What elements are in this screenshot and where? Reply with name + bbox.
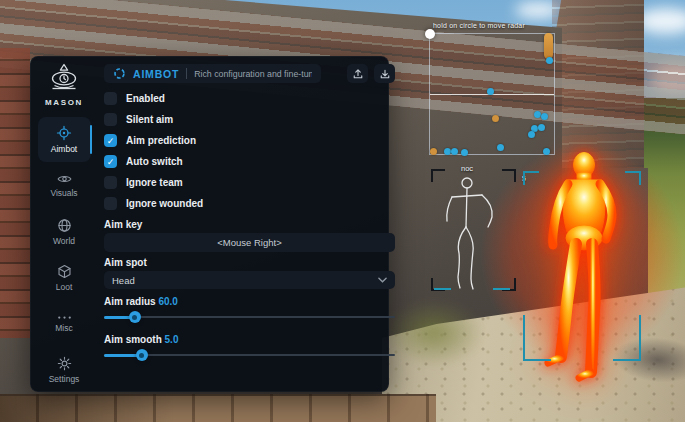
checkbox-checked-icon[interactable]: ✓ [104,155,117,168]
radar-blue-dot [541,113,548,120]
download-icon [379,68,391,80]
checkbox-checked-icon[interactable]: ✓ [104,134,117,147]
wall-base-bricks [0,394,436,422]
page-title: AIMBOT [133,68,179,80]
checkbox-unchecked-icon[interactable] [104,197,117,210]
eye-icon [57,173,72,185]
aim-smooth-label: Aim smooth 5.0 [104,334,395,345]
left-brick-edge [0,48,30,338]
divider [186,68,187,79]
sidebar-item-label: World [53,236,75,246]
crosshair-icon [56,125,72,141]
radar-blue-dot [451,148,458,155]
aim-smooth-slider[interactable] [104,349,395,361]
ellipsis-icon [57,315,72,320]
logo-label: MASON [45,98,83,107]
skeleton-icon [431,169,516,291]
checkbox-aim-prediction[interactable]: ✓Aim prediction [104,134,395,147]
checkbox-unchecked-icon[interactable] [104,176,117,189]
checkbox-label: Aim prediction [126,135,196,146]
aim-spot-label: Aim spot [104,257,395,268]
chevron-down-icon [378,277,387,283]
radar-blue-dot [444,148,451,155]
aim-spot-dropdown[interactable]: Head [104,271,395,289]
radar[interactable]: hold on circle to move radar [429,33,555,155]
import-config-button[interactable] [374,64,395,83]
radar-blue-dot [543,148,550,155]
sidebar-item-loot[interactable]: Loot [38,255,91,300]
sidebar-item-label: Misc [55,323,72,333]
bracket-corner [613,315,641,361]
checkbox-label: Auto switch [126,156,183,167]
checkbox-silent-aim[interactable]: Silent aim [104,113,395,126]
checkbox-ignore-team[interactable]: Ignore team [104,176,395,189]
cube-icon [57,264,72,279]
upload-icon [352,68,364,80]
gear-icon [57,356,72,371]
radar-blue-dot [487,88,494,95]
checkbox-ignore-wounded[interactable]: Ignore wounded [104,197,395,210]
aim-radius-label: Aim radius 60.0 [104,296,395,307]
mason-eye-logo-icon [44,63,84,95]
checkbox-label: Enabled [126,93,165,104]
sidebar-item-label: Visuals [50,188,77,198]
aim-radius-value: 60.0 [158,296,177,307]
checkbox-unchecked-icon[interactable] [104,92,117,105]
radar-offscreen-marker [544,33,553,59]
radar-blue-dot [461,149,468,156]
slider-knob[interactable] [129,311,141,323]
aimbot-ring-icon [113,67,126,80]
sidebar-item-aimbot[interactable]: Aimbot [38,117,91,162]
slider-knob[interactable] [136,349,148,361]
sidebar-item-world[interactable]: World [38,209,91,254]
sidebar-item-label: Loot [56,282,73,292]
sidebar: MASON AimbotVisualsWorldLootMiscSettings [31,57,97,391]
aim-key-label: Aim key [104,219,395,230]
aim-spot-value: Head [112,275,135,286]
aim-key-button[interactable]: <Mouse Right> [104,233,395,252]
radar-drag-handle[interactable] [425,29,435,39]
skeleton-esp-box: noc 5 [431,169,516,291]
page-subtitle: Rich configuration and fine-tuning [194,69,312,79]
bracket-corner [523,315,551,361]
checkbox-label: Ignore wounded [126,198,203,209]
aim-radius-slider[interactable] [104,311,395,323]
player-esp-box [523,171,641,361]
bracket-corner [625,171,641,185]
page-header: AIMBOT Rich configuration and fine-tunin… [104,64,321,83]
logo: MASON [44,63,84,107]
checkbox-label: Ignore team [126,177,183,188]
radar-hint: hold on circle to move radar [433,22,525,29]
radar-blue-dot [528,131,535,138]
sidebar-item-label: Settings [49,374,80,384]
checkbox-enabled[interactable]: Enabled [104,92,395,105]
radar-blue-dot [538,124,545,131]
export-config-button[interactable] [347,64,368,83]
sidebar-item-label: Aimbot [51,144,77,154]
checkbox-auto-switch[interactable]: ✓Auto switch [104,155,395,168]
radar-orange-dot [492,115,499,122]
radar-orange-dot [430,148,437,155]
radar-blue-dot [546,57,553,64]
checkbox-label: Silent aim [126,114,173,125]
checkbox-unchecked-icon[interactable] [104,113,117,126]
aim-smooth-value: 5.0 [165,334,179,345]
sidebar-item-settings[interactable]: Settings [38,347,91,392]
sidebar-item-misc[interactable]: Misc [38,301,91,346]
bracket-corner [523,171,539,185]
globe-icon [57,218,72,233]
radar-blue-dot [497,144,504,151]
aimbot-page: AIMBOT Rich configuration and fine-tunin… [97,57,405,391]
game-scene: hold on circle to move radar noc 5 [0,0,685,422]
cheat-panel: MASON AimbotVisualsWorldLootMiscSettings… [30,56,389,392]
sidebar-item-visuals[interactable]: Visuals [38,163,91,208]
radar-blue-dot [534,111,541,118]
